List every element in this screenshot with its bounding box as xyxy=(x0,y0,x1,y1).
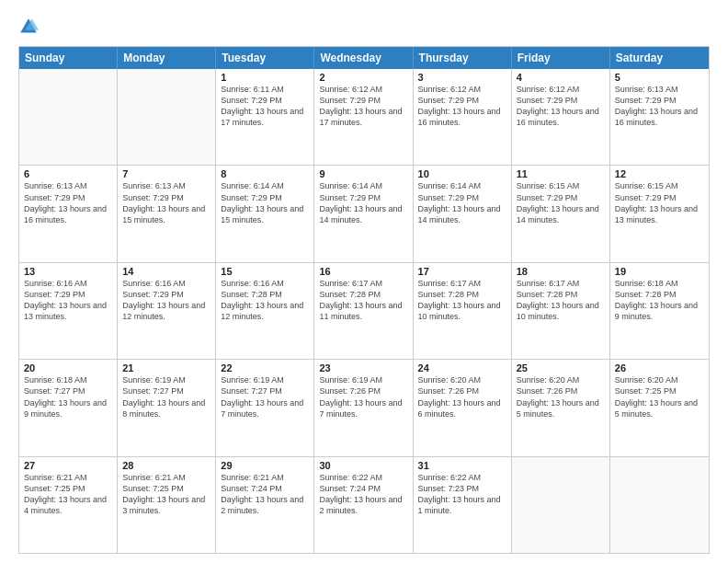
day-cell-21: 21Sunrise: 6:19 AMSunset: 7:27 PMDayligh… xyxy=(118,360,216,455)
calendar-header: SundayMondayTuesdayWednesdayThursdayFrid… xyxy=(19,47,709,69)
day-number: 10 xyxy=(418,168,506,179)
day-cell-4: 4Sunrise: 6:12 AMSunset: 7:29 PMDaylight… xyxy=(512,69,610,165)
day-cell-18: 18Sunrise: 6:17 AMSunset: 7:28 PMDayligh… xyxy=(512,263,610,359)
day-number: 9 xyxy=(319,168,407,179)
cell-info: Sunrise: 6:13 AMSunset: 7:29 PMDaylight:… xyxy=(24,180,112,225)
cell-info: Sunrise: 6:16 AMSunset: 7:29 PMDaylight:… xyxy=(24,278,112,323)
cell-info: Sunrise: 6:21 AMSunset: 7:25 PMDaylight:… xyxy=(122,472,210,517)
day-number: 11 xyxy=(517,168,605,179)
day-cell-20: 20Sunrise: 6:18 AMSunset: 7:27 PMDayligh… xyxy=(19,360,118,455)
cell-info: Sunrise: 6:19 AMSunset: 7:27 PMDaylight:… xyxy=(122,374,210,419)
day-number: 30 xyxy=(319,460,407,471)
day-cell-29: 29Sunrise: 6:21 AMSunset: 7:24 PMDayligh… xyxy=(216,457,314,553)
day-number: 17 xyxy=(418,266,506,277)
day-number: 29 xyxy=(221,460,309,471)
cell-info: Sunrise: 6:21 AMSunset: 7:25 PMDaylight:… xyxy=(24,472,112,517)
day-number: 2 xyxy=(319,72,407,83)
calendar-week-1: 1Sunrise: 6:11 AMSunset: 7:29 PMDaylight… xyxy=(19,69,709,165)
day-number: 8 xyxy=(221,168,309,179)
day-cell-27: 27Sunrise: 6:21 AMSunset: 7:25 PMDayligh… xyxy=(19,457,118,553)
day-number: 13 xyxy=(24,266,112,277)
day-cell-17: 17Sunrise: 6:17 AMSunset: 7:28 PMDayligh… xyxy=(414,263,512,359)
day-of-week-friday: Friday xyxy=(512,47,610,69)
day-number: 20 xyxy=(24,362,112,373)
day-of-week-monday: Monday xyxy=(118,47,216,69)
calendar-week-3: 13Sunrise: 6:16 AMSunset: 7:29 PMDayligh… xyxy=(19,262,709,359)
cell-info: Sunrise: 6:17 AMSunset: 7:28 PMDaylight:… xyxy=(418,278,506,323)
day-number: 25 xyxy=(517,362,605,373)
calendar-week-5: 27Sunrise: 6:21 AMSunset: 7:25 PMDayligh… xyxy=(19,456,709,553)
day-number: 23 xyxy=(319,362,407,373)
day-cell-12: 12Sunrise: 6:15 AMSunset: 7:29 PMDayligh… xyxy=(610,166,709,261)
day-number: 14 xyxy=(122,266,210,277)
empty-cell xyxy=(19,69,118,165)
page: SundayMondayTuesdayWednesdayThursdayFrid… xyxy=(0,0,728,563)
day-cell-26: 26Sunrise: 6:20 AMSunset: 7:25 PMDayligh… xyxy=(610,360,709,455)
empty-cell xyxy=(610,457,709,553)
day-cell-19: 19Sunrise: 6:18 AMSunset: 7:28 PMDayligh… xyxy=(610,263,709,359)
day-number: 12 xyxy=(615,168,704,179)
day-cell-13: 13Sunrise: 6:16 AMSunset: 7:29 PMDayligh… xyxy=(19,263,118,359)
cell-info: Sunrise: 6:19 AMSunset: 7:27 PMDaylight:… xyxy=(221,374,309,419)
day-number: 31 xyxy=(418,460,506,471)
day-of-week-saturday: Saturday xyxy=(610,47,709,69)
cell-info: Sunrise: 6:22 AMSunset: 7:24 PMDaylight:… xyxy=(319,472,407,517)
cell-info: Sunrise: 6:17 AMSunset: 7:28 PMDaylight:… xyxy=(319,278,407,323)
cell-info: Sunrise: 6:20 AMSunset: 7:26 PMDaylight:… xyxy=(418,374,506,419)
day-cell-30: 30Sunrise: 6:22 AMSunset: 7:24 PMDayligh… xyxy=(314,457,413,553)
logo-icon xyxy=(18,17,39,37)
logo xyxy=(18,17,42,37)
cell-info: Sunrise: 6:12 AMSunset: 7:29 PMDaylight:… xyxy=(319,84,407,129)
day-number: 7 xyxy=(122,168,210,179)
day-of-week-sunday: Sunday xyxy=(19,47,118,69)
calendar-week-2: 6Sunrise: 6:13 AMSunset: 7:29 PMDaylight… xyxy=(19,165,709,261)
day-cell-28: 28Sunrise: 6:21 AMSunset: 7:25 PMDayligh… xyxy=(118,457,216,553)
day-of-week-wednesday: Wednesday xyxy=(314,47,413,69)
day-cell-23: 23Sunrise: 6:19 AMSunset: 7:26 PMDayligh… xyxy=(314,360,413,455)
day-cell-9: 9Sunrise: 6:14 AMSunset: 7:29 PMDaylight… xyxy=(314,166,413,261)
cell-info: Sunrise: 6:18 AMSunset: 7:27 PMDaylight:… xyxy=(24,374,112,419)
day-cell-1: 1Sunrise: 6:11 AMSunset: 7:29 PMDaylight… xyxy=(216,69,314,165)
day-number: 19 xyxy=(615,266,704,277)
day-cell-14: 14Sunrise: 6:16 AMSunset: 7:29 PMDayligh… xyxy=(118,263,216,359)
day-cell-31: 31Sunrise: 6:22 AMSunset: 7:23 PMDayligh… xyxy=(414,457,512,553)
day-cell-3: 3Sunrise: 6:12 AMSunset: 7:29 PMDaylight… xyxy=(414,69,512,165)
calendar: SundayMondayTuesdayWednesdayThursdayFrid… xyxy=(18,46,710,554)
day-number: 16 xyxy=(319,266,407,277)
day-cell-2: 2Sunrise: 6:12 AMSunset: 7:29 PMDaylight… xyxy=(314,69,413,165)
day-cell-15: 15Sunrise: 6:16 AMSunset: 7:28 PMDayligh… xyxy=(216,263,314,359)
day-number: 1 xyxy=(221,72,309,83)
day-number: 15 xyxy=(221,266,309,277)
cell-info: Sunrise: 6:14 AMSunset: 7:29 PMDaylight:… xyxy=(319,180,407,225)
day-of-week-thursday: Thursday xyxy=(414,47,512,69)
day-cell-5: 5Sunrise: 6:13 AMSunset: 7:29 PMDaylight… xyxy=(610,69,709,165)
day-number: 4 xyxy=(517,72,605,83)
calendar-body: 1Sunrise: 6:11 AMSunset: 7:29 PMDaylight… xyxy=(19,69,709,553)
cell-info: Sunrise: 6:20 AMSunset: 7:26 PMDaylight:… xyxy=(517,374,605,419)
empty-cell xyxy=(118,69,216,165)
cell-info: Sunrise: 6:22 AMSunset: 7:23 PMDaylight:… xyxy=(418,472,506,517)
day-number: 5 xyxy=(615,72,704,83)
day-cell-10: 10Sunrise: 6:14 AMSunset: 7:29 PMDayligh… xyxy=(414,166,512,261)
day-number: 26 xyxy=(615,362,704,373)
cell-info: Sunrise: 6:16 AMSunset: 7:29 PMDaylight:… xyxy=(122,278,210,323)
day-number: 21 xyxy=(122,362,210,373)
day-number: 3 xyxy=(418,72,506,83)
cell-info: Sunrise: 6:20 AMSunset: 7:25 PMDaylight:… xyxy=(615,374,704,419)
cell-info: Sunrise: 6:12 AMSunset: 7:29 PMDaylight:… xyxy=(517,84,605,129)
cell-info: Sunrise: 6:14 AMSunset: 7:29 PMDaylight:… xyxy=(418,180,506,225)
cell-info: Sunrise: 6:19 AMSunset: 7:26 PMDaylight:… xyxy=(319,374,407,419)
cell-info: Sunrise: 6:15 AMSunset: 7:29 PMDaylight:… xyxy=(615,180,704,225)
day-cell-8: 8Sunrise: 6:14 AMSunset: 7:29 PMDaylight… xyxy=(216,166,314,261)
cell-info: Sunrise: 6:18 AMSunset: 7:28 PMDaylight:… xyxy=(615,278,704,323)
cell-info: Sunrise: 6:13 AMSunset: 7:29 PMDaylight:… xyxy=(615,84,704,129)
day-cell-24: 24Sunrise: 6:20 AMSunset: 7:26 PMDayligh… xyxy=(414,360,512,455)
header xyxy=(18,17,710,37)
cell-info: Sunrise: 6:11 AMSunset: 7:29 PMDaylight:… xyxy=(221,84,309,129)
day-cell-6: 6Sunrise: 6:13 AMSunset: 7:29 PMDaylight… xyxy=(19,166,118,261)
day-cell-22: 22Sunrise: 6:19 AMSunset: 7:27 PMDayligh… xyxy=(216,360,314,455)
day-number: 27 xyxy=(24,460,112,471)
cell-info: Sunrise: 6:15 AMSunset: 7:29 PMDaylight:… xyxy=(517,180,605,225)
day-number: 24 xyxy=(418,362,506,373)
cell-info: Sunrise: 6:16 AMSunset: 7:28 PMDaylight:… xyxy=(221,278,309,323)
